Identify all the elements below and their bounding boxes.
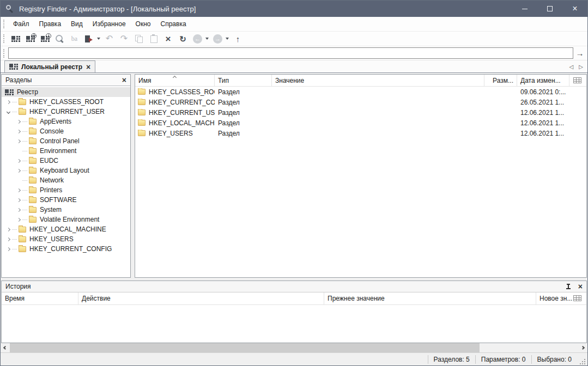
tab-close-icon[interactable]: ×: [86, 63, 90, 71]
export-button[interactable]: [82, 32, 101, 45]
toolbar-grip[interactable]: [3, 20, 5, 28]
dropdown-caret-icon[interactable]: [205, 38, 209, 40]
folder-icon: [19, 227, 26, 233]
chevron-right-icon[interactable]: [5, 228, 11, 231]
history-column-time[interactable]: Время: [2, 292, 78, 304]
chevron-right-icon[interactable]: [5, 238, 11, 241]
toolbar-grip[interactable]: [3, 34, 5, 43]
tree-item-printers[interactable]: Printers: [2, 185, 130, 195]
resize-grip[interactable]: [579, 358, 586, 365]
chevron-right-icon[interactable]: [15, 169, 22, 172]
menu-favorites[interactable]: Избранное: [88, 18, 131, 30]
toolbar-grip[interactable]: [3, 49, 5, 58]
back-button[interactable]: ←: [191, 32, 210, 45]
history-column-action[interactable]: Действие: [78, 292, 324, 304]
maximize-button[interactable]: [537, 1, 562, 17]
redo-button[interactable]: ↷: [117, 32, 131, 45]
copy-button[interactable]: [132, 32, 146, 45]
tree-item-console[interactable]: Console: [2, 126, 130, 136]
tree-dotted-line: [22, 180, 27, 181]
history-column-new-value[interactable]: Новое зн...: [536, 292, 586, 304]
tree-item-hkey-local-machine[interactable]: HKEY_LOCAL_MACHINE: [2, 224, 130, 234]
chevron-right-icon[interactable]: [15, 218, 22, 221]
tree-item-system[interactable]: System: [2, 205, 130, 215]
pin-icon[interactable]: [566, 284, 571, 290]
tree-item-control-panel[interactable]: Control Panel: [2, 136, 130, 146]
menu-help[interactable]: Справка: [156, 18, 191, 30]
tree-item-hkey-current-user[interactable]: HKEY_CURRENT_USER: [2, 107, 130, 117]
tree-item-keyboard-layout[interactable]: Keyboard Layout: [2, 166, 130, 175]
tree-item-hkey-classes-root[interactable]: HKEY_CLASSES_ROOT: [2, 97, 130, 107]
tree-item-реестр[interactable]: Реестр: [2, 87, 130, 97]
chevron-right-icon[interactable]: [15, 120, 22, 123]
panel-splitter[interactable]: [131, 74, 135, 278]
chevron-right-icon[interactable]: [15, 160, 22, 162]
menu-view[interactable]: Вид: [66, 18, 88, 30]
remote-registry-button[interactable]: [23, 32, 37, 45]
tree-dotted-line: [12, 112, 17, 112]
column-chooser-icon[interactable]: [573, 77, 581, 83]
address-input[interactable]: [8, 47, 573, 59]
sections-panel-header: Разделы ×: [2, 75, 130, 86]
scrollbar-track[interactable]: [480, 343, 578, 352]
chevron-right-icon[interactable]: [15, 140, 22, 143]
tree-item-software[interactable]: SOFTWARE: [2, 195, 130, 205]
scroll-right-button[interactable]: [578, 343, 587, 352]
tree-item-appevents[interactable]: AppEvents: [2, 117, 130, 126]
chevron-right-icon: [581, 346, 585, 350]
table-row-hkey-classes-root[interactable]: HKEY_CLASSES_ROOTРаздел09.06.2021 0:...: [135, 87, 586, 97]
chevron-right-icon[interactable]: [15, 189, 22, 192]
tree-item-hkey-current-config[interactable]: HKEY_CURRENT_CONFIG: [2, 244, 130, 254]
folder-icon: [29, 119, 37, 125]
tree-item-network[interactable]: Network: [2, 175, 130, 185]
sections-panel-close-icon[interactable]: ×: [122, 76, 126, 84]
folder-icon: [29, 158, 37, 164]
connect-registry-button[interactable]: [38, 32, 52, 45]
column-header-size[interactable]: Разм...: [484, 75, 517, 86]
chevron-right-icon[interactable]: [5, 248, 11, 251]
table-row-hkey-current-user[interactable]: HKEY_CURRENT_USERРаздел12.06.2021 1...: [135, 107, 586, 118]
up-button[interactable]: ↑: [231, 32, 245, 45]
scroll-left-button[interactable]: [1, 343, 10, 352]
replace-button[interactable]: bа: [68, 32, 81, 45]
history-close-icon[interactable]: ×: [578, 283, 583, 290]
chevron-right-icon[interactable]: [15, 199, 22, 202]
column-header-name[interactable]: Имя: [135, 75, 215, 86]
column-header-modified[interactable]: Дата измен...: [517, 75, 569, 86]
dropdown-caret-icon[interactable]: [226, 38, 229, 40]
chevron-right-icon[interactable]: [5, 101, 11, 103]
tree-item-hkey-users[interactable]: HKEY_USERS: [2, 234, 130, 244]
tab-local-registry[interactable]: Локальный реестр ×: [4, 60, 95, 72]
menu-edit[interactable]: Правка: [34, 18, 66, 30]
menu-file[interactable]: Файл: [8, 18, 34, 30]
minimize-button[interactable]: [512, 1, 537, 17]
forward-button[interactable]: →: [211, 32, 230, 45]
history-column-previous-value[interactable]: Прежнее значение: [324, 292, 536, 304]
refresh-button[interactable]: ↻: [176, 32, 190, 45]
table-row-hkey-local-machi[interactable]: HKEY_LOCAL_MACHI...Раздел12.06.2021 1...: [135, 118, 586, 128]
delete-button[interactable]: ×: [161, 32, 175, 45]
scrollbar-thumb[interactable]: [10, 343, 480, 352]
table-row-hkey-users[interactable]: HKEY_USERSРаздел12.06.2021 1...: [135, 128, 586, 138]
column-chooser-icon[interactable]: [573, 295, 581, 301]
column-header-type[interactable]: Тип: [215, 75, 272, 86]
tab-scroll-right-button[interactable]: ▷: [579, 64, 583, 70]
tab-scroll-left-button[interactable]: ◁: [569, 64, 574, 70]
column-header-value[interactable]: Значение: [272, 75, 484, 86]
chevron-right-icon[interactable]: [15, 130, 22, 133]
tree-item-eudc[interactable]: EUDC: [2, 156, 130, 166]
table-row-hkey-current-con[interactable]: HKEY_CURRENT_CON...Раздел26.05.2021 1...: [135, 97, 586, 107]
dropdown-caret-icon[interactable]: [97, 38, 100, 40]
undo-button[interactable]: ↶: [102, 32, 116, 45]
paste-button[interactable]: [147, 32, 160, 45]
status-bar: Разделов: 5Параметров: 0Выбрано: 0: [1, 352, 587, 365]
search-button[interactable]: [53, 32, 66, 45]
chevron-right-icon[interactable]: [15, 209, 22, 211]
local-registry-button[interactable]: [9, 32, 22, 45]
menu-window[interactable]: Окно: [131, 18, 156, 30]
go-arrow-button[interactable]: →: [573, 49, 586, 57]
tree-item-environment[interactable]: Environment: [2, 146, 130, 156]
close-button[interactable]: ×: [562, 1, 587, 17]
tree-item-volatile-environment[interactable]: Volatile Environment: [2, 215, 130, 224]
chevron-down-icon[interactable]: [5, 111, 11, 113]
